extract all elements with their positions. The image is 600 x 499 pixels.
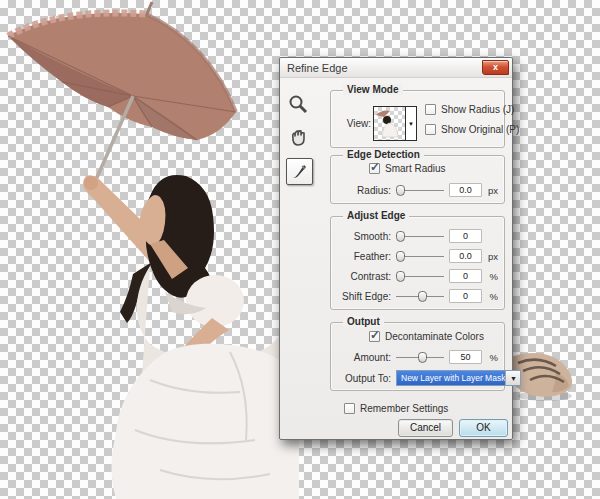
hand-tool-icon[interactable] xyxy=(287,126,311,148)
contrast-slider[interactable] xyxy=(396,271,444,282)
feather-slider[interactable] xyxy=(396,251,444,262)
view-mode-title: View Mode xyxy=(343,84,403,95)
edge-detection-title: Edge Detection xyxy=(343,149,424,160)
adjust-edge-title: Adjust Edge xyxy=(343,210,409,221)
show-original-label: Show Original (P) xyxy=(441,124,519,135)
cancel-button[interactable]: Cancel xyxy=(398,419,453,437)
output-to-dropdown[interactable]: New Layer with Layer Mask ▼ xyxy=(396,370,521,386)
contrast-value[interactable]: 0 xyxy=(449,269,482,283)
view-mode-group: View Mode View: ▼ Show Radius (J) xyxy=(330,90,505,148)
shift-edge-value[interactable]: 0 xyxy=(449,289,482,303)
remember-settings-label: Remember Settings xyxy=(360,403,448,414)
smooth-slider[interactable] xyxy=(396,231,444,242)
zoom-tool-icon[interactable] xyxy=(287,94,309,116)
adjust-edge-group: Adjust Edge Smooth: 0 Feather: 0.0 px Co… xyxy=(330,216,505,310)
shift-edge-label: Shift Edge: xyxy=(339,291,391,302)
contrast-slider-thumb[interactable] xyxy=(396,271,405,282)
show-original-checkbox[interactable]: Show Original (P) xyxy=(425,124,519,135)
smart-radius-checkbox[interactable]: ✓ Smart Radius xyxy=(369,163,446,174)
close-button[interactable]: x xyxy=(482,60,509,75)
amount-value[interactable]: 50 xyxy=(449,350,482,364)
ok-button[interactable]: OK xyxy=(459,419,508,437)
output-title: Output xyxy=(343,316,384,327)
feather-value[interactable]: 0.0 xyxy=(449,249,482,263)
remember-settings-checkbox[interactable]: Remember Settings xyxy=(344,403,448,414)
output-group: Output ✓ Decontaminate Colors Amount: 50… xyxy=(330,322,505,391)
amount-slider[interactable] xyxy=(396,352,444,363)
feather-slider-thumb[interactable] xyxy=(396,251,405,262)
amount-unit: % xyxy=(482,352,498,363)
smooth-slider-thumb[interactable] xyxy=(396,231,405,242)
show-radius-label: Show Radius (J) xyxy=(441,104,514,115)
smooth-label: Smooth: xyxy=(339,231,391,242)
shift-edge-slider-thumb[interactable] xyxy=(418,291,427,302)
refine-radius-tool-button[interactable] xyxy=(286,158,313,185)
show-radius-checkbox[interactable]: Show Radius (J) xyxy=(425,104,519,115)
refine-edge-dialog: Refine Edge x View Mode View: xyxy=(279,57,513,440)
output-to-label: Output To: xyxy=(339,373,391,384)
output-to-value: New Layer with Layer Mask xyxy=(397,371,505,385)
tool-column xyxy=(285,90,319,154)
output-to-dropdown-arrow[interactable]: ▼ xyxy=(505,371,520,385)
view-thumbnail-image xyxy=(374,107,405,140)
smart-radius-label: Smart Radius xyxy=(385,163,446,174)
view-dropdown-arrow[interactable]: ▼ xyxy=(405,107,416,140)
radius-slider[interactable] xyxy=(396,185,444,196)
view-thumbnail-dropdown[interactable]: ▼ xyxy=(373,106,417,141)
dialog-titlebar[interactable]: Refine Edge x xyxy=(280,58,512,78)
feather-label: Feather: xyxy=(339,251,391,262)
view-label: View: xyxy=(337,118,371,129)
brush-icon xyxy=(290,162,309,181)
woman-figure xyxy=(83,175,299,499)
radius-value[interactable]: 0.0 xyxy=(449,183,482,197)
photoshop-canvas: Refine Edge x View Mode View: xyxy=(0,0,600,499)
edge-detection-group: Edge Detection ✓ Smart Radius Radius: 0.… xyxy=(330,155,505,204)
radius-slider-thumb[interactable] xyxy=(396,185,405,196)
umbrella xyxy=(8,2,236,182)
feather-unit: px xyxy=(482,251,498,262)
smooth-value[interactable]: 0 xyxy=(449,229,482,243)
amount-label: Amount: xyxy=(339,352,391,363)
shift-edge-slider[interactable] xyxy=(396,291,444,302)
contrast-label: Contrast: xyxy=(339,271,391,282)
dialog-title: Refine Edge xyxy=(287,62,348,74)
radius-unit: px xyxy=(482,185,498,196)
close-icon: x xyxy=(493,62,498,72)
decontaminate-colors-label: Decontaminate Colors xyxy=(385,331,484,342)
radius-label: Radius: xyxy=(339,185,391,196)
shift-edge-unit: % xyxy=(482,291,498,302)
hand-on-shaft xyxy=(84,176,98,190)
contrast-unit: % xyxy=(482,271,498,282)
amount-slider-thumb[interactable] xyxy=(418,352,427,363)
decontaminate-colors-checkbox[interactable]: ✓ Decontaminate Colors xyxy=(369,331,484,342)
